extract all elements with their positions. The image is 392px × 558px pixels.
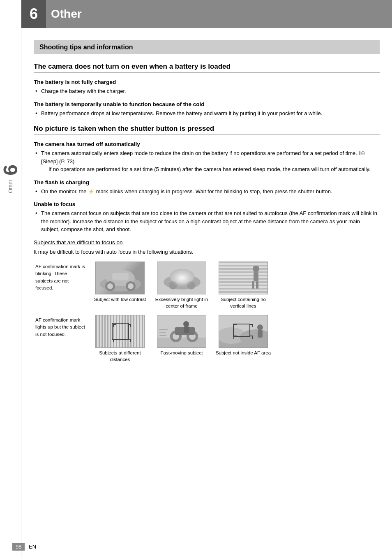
sidebar-chapter-label: Other [7, 180, 14, 193]
svg-rect-77 [252, 324, 253, 327]
svg-rect-22 [219, 288, 267, 289]
svg-rect-45 [142, 315, 143, 348]
chapter-title: Other [51, 7, 82, 21]
image-block-outside-af: Subject not inside AF area [214, 315, 272, 356]
battery-cold-bullet: Battery performance drops at low tempera… [34, 109, 380, 118]
unable-focus-bullet: The camera cannot focus on subjects that… [34, 209, 380, 234]
svg-rect-32 [104, 315, 106, 348]
battery-cold-heading: The battery is temporarily unable to fun… [34, 101, 380, 107]
difficult-focus-heading: Subjects that are difficult to focus on [34, 239, 380, 245]
svg-rect-23 [219, 291, 267, 293]
difficult-focus-intro: It may be difficult to focus with auto f… [34, 248, 380, 256]
outside-af-icon [219, 315, 267, 348]
svg-rect-63 [184, 326, 189, 333]
section-title: Shooting tips and information [39, 44, 133, 51]
svg-rect-38 [122, 315, 123, 348]
image-block-low-contrast: Subject with low contrast [91, 262, 149, 303]
camera-off-bullet: The camera automatically enters sleep mo… [34, 149, 380, 174]
svg-rect-34 [110, 315, 111, 348]
section-header: Shooting tips and information [34, 40, 380, 54]
image-row-1: AF confirmation mark is blinking. These … [34, 262, 380, 309]
page-number-area: 98 EN [12, 543, 36, 551]
svg-point-71 [257, 324, 263, 330]
caption-fast-moving: Fast-moving subject [161, 350, 203, 356]
image-block-bright: Excessively bright light in center of fr… [153, 262, 210, 309]
bright-light-icon [157, 262, 206, 294]
svg-rect-16 [219, 268, 267, 270]
svg-rect-30 [99, 315, 100, 348]
image-fast-moving [157, 315, 206, 348]
image-block-fast-moving: Fast-moving subject [153, 315, 210, 356]
page-number: 98 [12, 543, 25, 551]
svg-rect-37 [119, 315, 120, 348]
car-sketch-icon [96, 262, 144, 294]
different-distances-icon [96, 315, 144, 348]
svg-rect-48 [113, 324, 114, 327]
image-no-vertical [219, 262, 268, 294]
camera-off-heading: The camera has turned off automatically [34, 141, 380, 147]
image-block-distances: Subjects at different distances [91, 315, 149, 363]
svg-point-62 [183, 321, 189, 327]
svg-point-4 [107, 283, 113, 289]
chapter-number-box: 6 [21, 0, 46, 28]
battery-heading: The camera does not turn on even when a … [34, 63, 380, 73]
svg-point-24 [253, 266, 259, 272]
sidebar-chapter-number: 6 [0, 164, 22, 176]
svg-rect-18 [219, 275, 267, 276]
svg-rect-52 [113, 339, 116, 340]
svg-rect-19 [219, 278, 267, 280]
svg-rect-50 [130, 324, 131, 327]
no-vertical-lines-icon [219, 262, 267, 294]
main-content: Shooting tips and information The camera… [21, 28, 392, 379]
shutter-heading: No picture is taken when the shutter but… [34, 125, 380, 135]
svg-rect-39 [125, 315, 126, 348]
svg-rect-56 [157, 338, 206, 348]
chapter-header: 6 Other [21, 0, 392, 28]
caption-outside-af: Subject not inside AF area [216, 350, 271, 356]
image-block-no-vertical: Subject containing no vertical lines [214, 262, 272, 309]
svg-rect-29 [96, 315, 97, 348]
chapter-number: 6 [30, 5, 38, 23]
battery-not-charged-heading: The battery is not fully charged [34, 79, 380, 85]
svg-rect-6 [112, 273, 129, 280]
svg-rect-15 [219, 265, 267, 266]
image-low-contrast [95, 262, 145, 294]
caption-distances: Subjects at different distances [91, 350, 149, 363]
svg-rect-43 [136, 315, 137, 348]
svg-rect-36 [116, 315, 117, 348]
svg-rect-17 [219, 271, 267, 273]
caption-low-contrast: Subject with low contrast [94, 296, 146, 303]
battery-not-charged-bullet: Charge the battery with the charger. [34, 87, 380, 95]
svg-rect-42 [133, 315, 134, 348]
row1-label: AF confirmation mark is blinking. These … [34, 262, 87, 293]
svg-point-12 [170, 269, 194, 287]
image-bright [157, 262, 206, 294]
svg-rect-33 [107, 315, 108, 348]
svg-rect-35 [113, 315, 114, 348]
svg-rect-26 [252, 281, 254, 289]
svg-rect-75 [233, 324, 234, 327]
row2-label: AF confirmation mark lights up but the s… [34, 315, 87, 340]
svg-point-5 [128, 283, 134, 289]
svg-rect-25 [254, 272, 258, 281]
motorcycle-icon [157, 315, 206, 348]
unable-focus-heading: Unable to focus [34, 201, 380, 207]
svg-rect-21 [219, 285, 267, 286]
image-outside-af [219, 315, 268, 348]
page-label: EN [29, 544, 36, 550]
image-row-2: AF confirmation mark lights up but the s… [34, 315, 380, 363]
svg-rect-79 [233, 336, 237, 336]
image-distances [95, 315, 145, 348]
svg-rect-54 [128, 339, 131, 340]
svg-rect-41 [130, 315, 131, 348]
flash-charging-bullet: On the monitor, the ⚡ mark blinks when c… [34, 188, 380, 196]
caption-bright: Excessively bright light in center of fr… [153, 296, 210, 309]
svg-rect-14 [219, 262, 267, 263]
svg-rect-44 [139, 315, 140, 348]
svg-rect-20 [219, 281, 267, 283]
sidebar: 6 Other [0, 0, 21, 558]
svg-rect-27 [256, 281, 258, 289]
flash-charging-heading: The flash is charging [34, 179, 380, 185]
svg-rect-31 [101, 315, 103, 348]
svg-rect-81 [250, 336, 253, 336]
